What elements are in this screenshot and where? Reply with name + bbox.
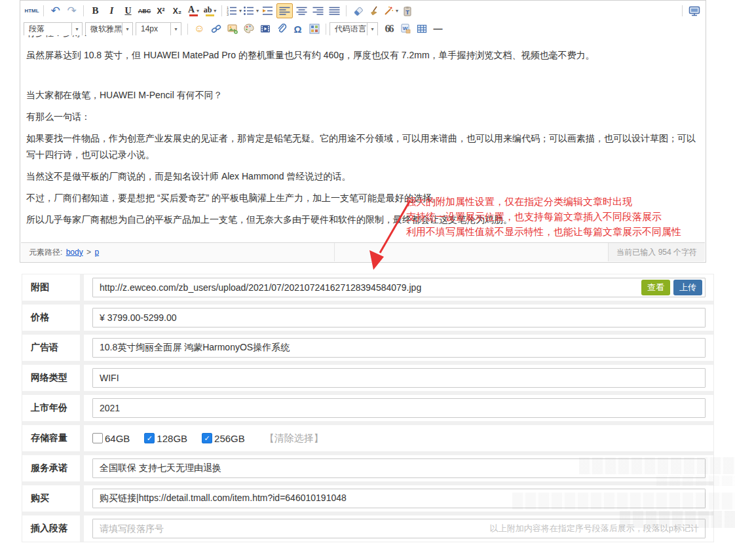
undo-button[interactable]: ↶ xyxy=(48,4,63,18)
insert-table-button[interactable] xyxy=(414,22,429,36)
font-family-select[interactable]: 微软雅黑▾ xyxy=(85,22,133,36)
align-justify-button[interactable] xyxy=(327,4,342,18)
emoji-button[interactable]: ☺ xyxy=(192,22,207,36)
auto-typeset-button[interactable]: ▾ xyxy=(383,4,398,18)
italic-button[interactable]: I xyxy=(104,4,119,18)
toolbar-separator xyxy=(221,5,222,16)
bullet-list-icon xyxy=(243,6,254,16)
checkbox-64gb[interactable]: ✓ xyxy=(92,433,103,443)
html-source-button[interactable]: HTML xyxy=(24,4,39,18)
element-path-p-link[interactable]: p xyxy=(94,248,99,257)
annotation-line: 利用不填写属性值就不显示特性，也能让每篇文章展示不同属性 xyxy=(406,224,681,239)
font-color-icon: A xyxy=(188,5,195,15)
special-char-button[interactable]: Ω xyxy=(290,22,305,36)
upload-button[interactable]: 上传 xyxy=(673,280,702,295)
form-row-insert-paragraph: 插入段落 以上附加内容将在指定序号段落后展示，段落以p标记计 xyxy=(22,515,713,542)
checkbox-128gb[interactable]: ✓ xyxy=(144,433,155,443)
paperclip-icon xyxy=(276,24,287,34)
align-right-button[interactable] xyxy=(311,4,326,18)
underline-button[interactable]: U xyxy=(121,4,136,18)
insert-link-button[interactable] xyxy=(208,22,223,36)
chevron-down-icon: ▾ xyxy=(396,8,398,14)
toolbar-separator xyxy=(346,5,347,16)
insert-video-button[interactable] xyxy=(257,22,273,36)
superscript-button[interactable]: X² xyxy=(153,4,168,18)
check-icon: ✓ xyxy=(204,435,210,442)
network-type-input[interactable] xyxy=(92,368,706,388)
svg-text:T: T xyxy=(405,9,409,15)
image-url-input[interactable] xyxy=(92,278,706,297)
paragraph-format-select[interactable]: 段落▾ xyxy=(24,22,83,36)
form-row-network: 网络类型 xyxy=(22,365,713,391)
warranty-input[interactable] xyxy=(92,458,706,478)
chevron-down-icon: ▾ xyxy=(239,8,242,14)
fullscreen-button[interactable] xyxy=(687,4,702,18)
slogan-input[interactable] xyxy=(92,338,706,358)
storage-option-64gb[interactable]: ✓ 64GB xyxy=(92,433,130,444)
align-center-button[interactable] xyxy=(294,4,309,18)
annotation-text: 强大的附加属性设置，仅在指定分类编辑文章时出现 支持统一设置展示位置，也支持每篇… xyxy=(406,194,681,239)
eraser-button[interactable] xyxy=(350,4,366,18)
attachment-button[interactable] xyxy=(274,22,289,36)
clear-selection-link[interactable]: 【清除选择】 xyxy=(265,432,324,445)
ordered-list-icon: 123 xyxy=(226,6,237,16)
font-color-button[interactable]: A ▾ xyxy=(186,4,201,18)
subscript-button[interactable]: X₂ xyxy=(170,4,185,18)
indent-button[interactable] xyxy=(260,4,275,18)
align-left-button[interactable] xyxy=(276,3,293,18)
form-row-storage: 存储容量 ✓ 64GB ✓ 128GB ✓ 256GB 【清除选择】 xyxy=(22,425,713,451)
broom-icon xyxy=(369,6,380,16)
check-icon: ✓ xyxy=(147,435,153,442)
highlight-color-bar xyxy=(206,14,214,16)
toolbar-separator xyxy=(187,24,188,35)
toolbar-separator xyxy=(326,24,326,35)
toolbar-separator xyxy=(682,5,683,16)
page: HTML ↶ ↷ B I U ABC X² X₂ A ▾ ab ▾ 123 xyxy=(0,0,735,560)
chevron-down-icon: ▾ xyxy=(122,23,132,35)
field-label: 附图 xyxy=(22,274,80,301)
ordered-list-button[interactable]: 123 ▾ xyxy=(226,4,242,18)
word-image-button[interactable]: W xyxy=(398,22,413,36)
align-left-icon xyxy=(279,7,290,16)
link-icon xyxy=(211,24,221,34)
checkbox-256gb[interactable]: ✓ xyxy=(202,433,212,443)
chevron-down-icon: ▾ xyxy=(170,23,181,35)
editor-paragraph: 如果要找一件物品，作为创意产业发展史的见证者，那肯定是铅笔无疑。它的用途不分领域… xyxy=(26,130,700,163)
editor-toolbar-row1: HTML ↶ ↷ B I U ABC X² X₂ A ▾ ab ▾ 123 xyxy=(20,1,706,21)
align-right-icon xyxy=(312,7,324,16)
storage-option-128gb[interactable]: ✓ 128GB xyxy=(144,433,187,444)
bullet-list-button[interactable]: ▾ xyxy=(243,4,259,18)
format-clean-button[interactable] xyxy=(367,4,382,18)
element-path-body-link[interactable]: body xyxy=(66,248,83,257)
view-button[interactable]: 查看 xyxy=(641,280,670,295)
highlight-color-button[interactable]: ab ▾ xyxy=(202,4,217,18)
font-size-select[interactable]: 14px▾ xyxy=(136,22,181,36)
map-button[interactable] xyxy=(307,22,322,36)
strikethrough-button[interactable]: ABC xyxy=(137,4,152,18)
buy-link-input[interactable] xyxy=(92,489,706,508)
align-center-icon xyxy=(296,7,307,16)
bold-button[interactable]: B xyxy=(88,4,103,18)
element-path-label: 元素路径: xyxy=(29,248,62,257)
element-path-separator: > xyxy=(86,248,91,257)
html-source-icon: HTML xyxy=(24,8,39,14)
release-year-input[interactable] xyxy=(92,398,706,418)
scrawl-button[interactable] xyxy=(241,22,256,36)
code-language-select[interactable]: 代码语言▾ xyxy=(330,22,378,36)
form-row-year: 上市年份 xyxy=(22,395,713,421)
blockquote-button[interactable]: 66 xyxy=(381,22,396,36)
form-row-image: 附图 查看 上传 xyxy=(22,274,713,301)
paste-as-text-button[interactable]: T xyxy=(400,4,415,18)
storage-option-256gb[interactable]: ✓ 256GB xyxy=(202,433,245,444)
checkbox-label: 64GB xyxy=(105,433,130,444)
chevron-down-icon: ▾ xyxy=(214,8,216,14)
editor-paragraph: 当大家都在做笔，HUAWEI M-Pencil 有何不同？ xyxy=(26,87,700,103)
attribute-form: 附图 查看 上传 价格 广告语 网络类型 上市年份 xyxy=(22,274,714,542)
horizontal-rule-button[interactable]: — xyxy=(430,22,445,36)
annotation-line: 强大的附加属性设置，仅在指定分类编辑文章时出现 xyxy=(406,194,681,209)
insert-image-button[interactable] xyxy=(225,22,240,36)
redo-button[interactable]: ↷ xyxy=(64,4,79,18)
paragraph-number-input[interactable] xyxy=(92,519,706,538)
font-color-bar xyxy=(189,14,198,16)
price-input[interactable] xyxy=(92,308,706,327)
